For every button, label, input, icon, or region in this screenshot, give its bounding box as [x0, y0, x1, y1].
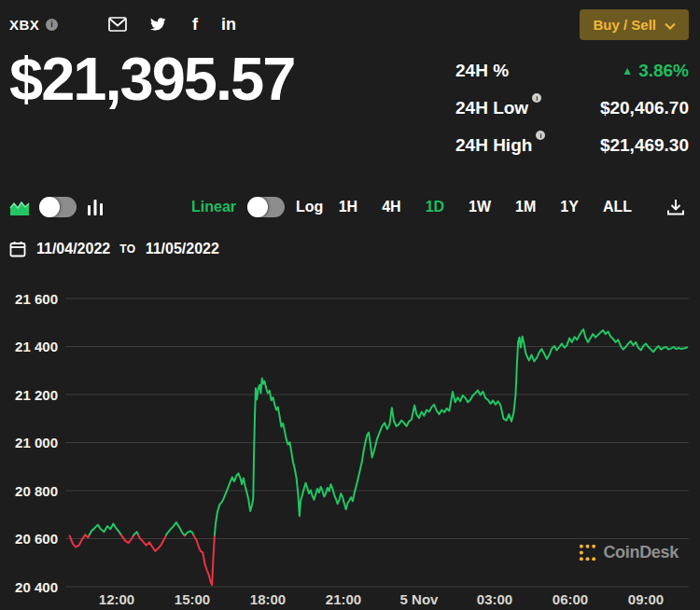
svg-text:20 400: 20 400 — [15, 579, 58, 595]
svg-text:20 800: 20 800 — [15, 483, 58, 499]
coindesk-price-widget: XBX i f in Buy / Sell $21,395 — [0, 0, 700, 610]
scale-group: Linear Log — [191, 197, 323, 217]
calendar-icon[interactable] — [9, 241, 26, 257]
range-all[interactable]: ALL — [591, 195, 644, 219]
stats-panel: 24H % ▲ 3.86% 24H Low i $20,406.70 24H — [455, 52, 689, 183]
stat-change-value: ▲ 3.86% — [622, 61, 689, 81]
stat-low-label: 24H Low — [455, 98, 528, 118]
range-1w[interactable]: 1W — [456, 195, 503, 219]
date-range-row: 11/04/2022 TO 11/05/2022 — [0, 233, 700, 265]
range-1d[interactable]: 1D — [413, 195, 456, 219]
coindesk-logo-icon — [579, 544, 596, 561]
chevron-down-icon — [665, 17, 676, 33]
up-arrow-icon: ▲ — [622, 65, 633, 76]
date-start[interactable]: 11/04/2022 — [36, 241, 110, 257]
date-end[interactable]: 11/05/2022 — [146, 241, 219, 257]
stat-high: 24H High i $21,469.30 — [455, 127, 689, 164]
chart-toolbar: Linear Log 1H 4H 1D 1W 1M 1Y ALL — [0, 187, 700, 228]
header-top-row: XBX i f in Buy / Sell — [9, 7, 689, 41]
stat-high-label: 24H High — [455, 135, 532, 156]
svg-text:5 Nov: 5 Nov — [400, 591, 440, 607]
index-label-wrap: XBX i — [9, 17, 58, 33]
stat-change-label: 24H % — [455, 61, 509, 81]
toggle-knob — [39, 197, 60, 217]
svg-text:15:00: 15:00 — [175, 591, 210, 607]
log-label[interactable]: Log — [296, 199, 323, 215]
svg-text:03:00: 03:00 — [477, 591, 512, 607]
svg-text:20 600: 20 600 — [15, 531, 58, 547]
info-icon[interactable]: i — [46, 19, 58, 31]
price-row: $21,395.57 24H % ▲ 3.86% 24H Low i $20,4… — [9, 41, 689, 183]
header: XBX i f in Buy / Sell $21,395 — [0, 0, 700, 183]
range-1y[interactable]: 1Y — [548, 195, 591, 219]
info-icon[interactable]: i — [532, 93, 541, 103]
twitter-icon[interactable] — [150, 15, 169, 34]
linkedin-icon[interactable]: in — [221, 15, 236, 34]
stat-low-value: $20,406.70 — [600, 98, 689, 118]
range-buttons: 1H 4H 1D 1W 1M 1Y ALL — [327, 195, 644, 219]
buy-sell-button[interactable]: Buy / Sell — [580, 9, 689, 40]
buy-sell-label: Buy / Sell — [593, 17, 656, 33]
svg-text:09:00: 09:00 — [628, 591, 664, 607]
date-separator: TO — [119, 243, 135, 256]
current-price: $21,395.57 — [9, 49, 294, 183]
email-icon[interactable] — [108, 15, 127, 34]
watermark-text: CoinDesk — [603, 543, 679, 562]
stat-low: 24H Low i $20,406.70 — [455, 90, 689, 127]
svg-text:21 200: 21 200 — [15, 387, 58, 403]
scale-toggle[interactable] — [247, 197, 285, 217]
download-icon[interactable] — [666, 198, 685, 216]
index-label: XBX — [9, 17, 39, 33]
watermark: CoinDesk — [579, 543, 679, 562]
chart-style-group — [9, 197, 104, 217]
range-1h[interactable]: 1H — [327, 195, 370, 219]
share-icons: f in — [108, 15, 236, 34]
stat-change: 24H % ▲ 3.86% — [455, 52, 689, 90]
svg-text:06:00: 06:00 — [553, 591, 588, 607]
stat-high-value: $21,469.30 — [600, 135, 689, 156]
svg-text:18:00: 18:00 — [250, 591, 286, 607]
bar-chart-icon[interactable] — [88, 200, 104, 215]
linear-label[interactable]: Linear — [191, 199, 236, 215]
range-1m[interactable]: 1M — [503, 195, 548, 219]
stat-change-number: 3.86% — [638, 61, 689, 81]
range-4h[interactable]: 4H — [370, 195, 413, 219]
chart-style-toggle[interactable] — [39, 197, 77, 217]
toggle-knob — [247, 197, 268, 217]
svg-text:21 600: 21 600 — [15, 291, 58, 307]
area-chart-icon[interactable] — [9, 199, 30, 216]
svg-text:21 400: 21 400 — [15, 339, 58, 354]
facebook-icon[interactable]: f — [192, 15, 198, 34]
svg-text:21 000: 21 000 — [15, 435, 58, 451]
svg-text:21:00: 21:00 — [326, 591, 361, 607]
svg-text:12:00: 12:00 — [99, 591, 134, 607]
info-icon[interactable]: i — [536, 131, 545, 140]
